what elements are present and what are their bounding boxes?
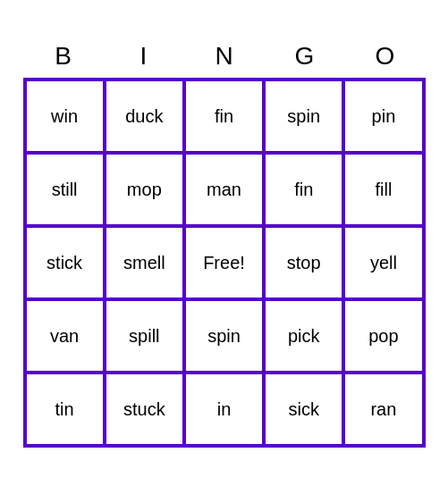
bingo-cell-3-3: pick (264, 299, 343, 373)
bingo-row-3: vanspillspinpickpop (25, 299, 424, 373)
bingo-cell-1-0: still (25, 153, 105, 226)
bingo-cell-4-2: in (184, 373, 264, 446)
bingo-cell-1-1: mop (105, 153, 184, 226)
bingo-cell-3-2: spin (184, 299, 264, 373)
bingo-cell-0-2: fin (184, 80, 264, 153)
bingo-cell-2-2: Free! (184, 226, 264, 299)
bingo-cell-2-3: stop (264, 226, 343, 299)
bingo-cell-3-0: van (25, 299, 105, 373)
bingo-cell-1-4: fill (343, 153, 423, 226)
bingo-cell-0-0: win (25, 80, 105, 153)
header-letter-i: I (104, 38, 184, 74)
bingo-row-2: sticksmellFree!stopyell (25, 226, 424, 299)
bingo-cell-3-1: spill (105, 299, 184, 373)
header-letter-o: O (345, 38, 426, 74)
header-letter-g: G (265, 38, 345, 74)
bingo-row-1: stillmopmanfinfill (25, 153, 424, 226)
bingo-card: BINGO winduckfinspinpinstillmopmanfinfil… (23, 38, 426, 448)
bingo-cell-0-1: duck (105, 80, 184, 153)
bingo-cell-0-3: spin (264, 80, 343, 153)
bingo-row-4: tinstuckinsickran (25, 373, 424, 446)
bingo-cell-2-1: smell (105, 226, 184, 299)
bingo-cell-1-3: fin (264, 153, 343, 226)
bingo-cell-2-4: yell (343, 226, 423, 299)
bingo-cell-1-2: man (184, 153, 264, 226)
bingo-row-0: winduckfinspinpin (25, 80, 424, 153)
header-letter-b: B (23, 38, 104, 74)
bingo-cell-4-3: sick (264, 373, 343, 446)
bingo-header: BINGO (23, 38, 426, 74)
bingo-cell-4-1: stuck (105, 373, 184, 446)
bingo-cell-4-4: ran (343, 373, 423, 446)
bingo-grid: winduckfinspinpinstillmopmanfinfillstick… (23, 78, 426, 448)
header-letter-n: N (184, 38, 265, 74)
bingo-cell-4-0: tin (25, 373, 105, 446)
bingo-cell-0-4: pin (343, 80, 423, 153)
bingo-cell-2-0: stick (25, 226, 105, 299)
bingo-cell-3-4: pop (343, 299, 423, 373)
